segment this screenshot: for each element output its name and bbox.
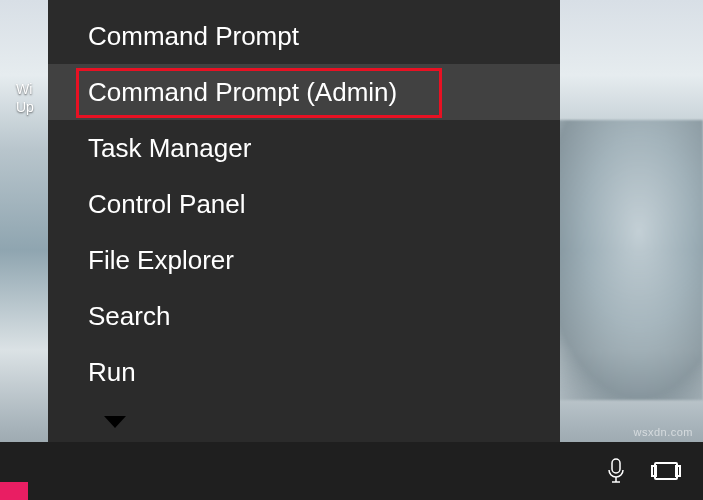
menu-expand-item[interactable] — [48, 400, 560, 444]
menu-item-command-prompt-admin[interactable]: Command Prompt (Admin) — [48, 64, 560, 120]
menu-item-label: Search — [88, 301, 170, 332]
winx-context-menu: Command Prompt Command Prompt (Admin) Ta… — [48, 0, 560, 452]
chevron-down-icon — [104, 416, 126, 428]
menu-item-label: File Explorer — [88, 245, 234, 276]
menu-item-label: Control Panel — [88, 189, 246, 220]
watermark-text: wsxdn.com — [633, 426, 693, 438]
taskbar — [0, 442, 703, 500]
menu-item-command-prompt[interactable]: Command Prompt — [48, 8, 560, 64]
start-button-partial[interactable] — [0, 482, 28, 500]
menu-item-control-panel[interactable]: Control Panel — [48, 176, 560, 232]
svg-rect-3 — [655, 463, 677, 479]
desktop-icon-partial-label[interactable]: Wi Up — [0, 80, 48, 116]
menu-item-search[interactable]: Search — [48, 288, 560, 344]
menu-item-label: Run — [88, 357, 136, 388]
menu-item-file-explorer[interactable]: File Explorer — [48, 232, 560, 288]
menu-item-label: Command Prompt — [88, 21, 299, 52]
task-view-icon[interactable] — [641, 442, 691, 500]
microphone-icon[interactable] — [591, 442, 641, 500]
wallpaper-mountain — [543, 120, 703, 400]
svg-rect-0 — [612, 459, 620, 473]
menu-item-task-manager[interactable]: Task Manager — [48, 120, 560, 176]
menu-item-run[interactable]: Run — [48, 344, 560, 400]
menu-item-label: Task Manager — [88, 133, 251, 164]
menu-item-label: Command Prompt (Admin) — [88, 77, 397, 108]
